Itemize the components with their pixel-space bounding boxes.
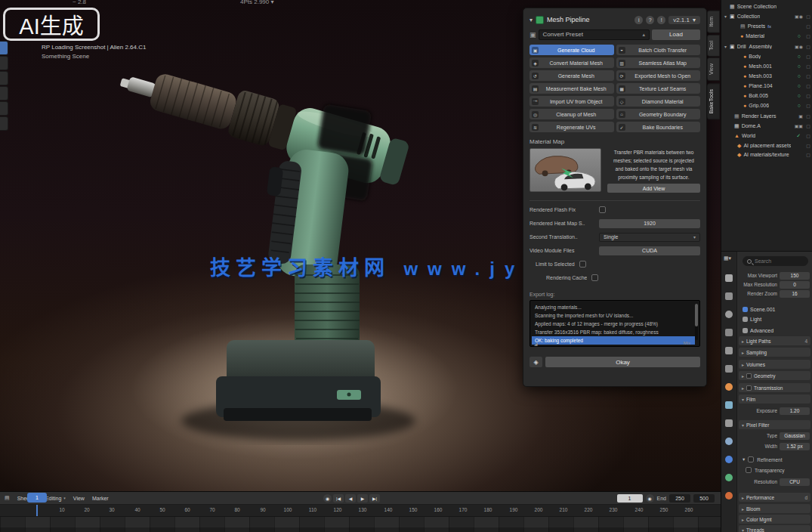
log-line[interactable]: Transfer 3516x3516 PBR map: baked diffus… bbox=[535, 328, 692, 336]
property-section-header[interactable]: ▾ Film bbox=[739, 394, 810, 404]
properties-tab-icon[interactable] bbox=[725, 383, 733, 391]
property-section-header[interactable]: ▸ Sampling bbox=[739, 348, 810, 357]
jump-to-end-button[interactable]: ▶| bbox=[369, 494, 380, 503]
tool-button[interactable] bbox=[0, 71, 8, 85]
outliner-row[interactable]: ▦ Render Layers ▣ ▢ bbox=[721, 111, 812, 121]
render-toggle-icon[interactable]: ▢ bbox=[805, 152, 811, 157]
tool-button[interactable] bbox=[0, 116, 8, 131]
log-line[interactable]: Analyzing materials... bbox=[535, 303, 692, 311]
property-section-header[interactable]: ▸ Light Paths 4 bbox=[739, 336, 810, 345]
tool-button[interactable] bbox=[0, 101, 8, 116]
outliner-row[interactable]: ▲ World ✓ ▢ bbox=[721, 131, 812, 141]
preset-select[interactable]: Convert Preset ▴ bbox=[539, 29, 650, 40]
log-line[interactable]: Scanning the imported mesh for UV island… bbox=[535, 311, 692, 320]
heatmap-value-button[interactable]: 1920 bbox=[599, 219, 700, 228]
visibility-toggle-icon[interactable]: ○ bbox=[798, 54, 801, 59]
properties-tab-icon[interactable] bbox=[725, 438, 733, 445]
render-toggle-icon[interactable]: ▢ bbox=[805, 63, 811, 69]
visibility-toggle-icon[interactable]: ○ bbox=[798, 103, 801, 108]
outliner-row[interactable]: ▾ ▣ Collection ▣◉ ▢ bbox=[721, 11, 812, 21]
action-button[interactable]: ◈ Convert Material Mesh bbox=[529, 57, 614, 68]
outliner-item-label[interactable]: Scene Collection bbox=[737, 4, 777, 9]
properties-tab-icon[interactable] bbox=[725, 401, 733, 409]
property-tree-row[interactable]: Light bbox=[743, 315, 810, 323]
visibility-toggle-icon[interactable]: ○ bbox=[798, 93, 801, 98]
sidebar-tab[interactable]: View bbox=[707, 57, 720, 81]
options-icon-button[interactable]: ◈ bbox=[529, 357, 542, 367]
property-section-header[interactable]: ▸ Bloom bbox=[739, 504, 810, 513]
properties-tab-icon[interactable] bbox=[725, 274, 733, 282]
render-toggle-icon[interactable]: ▢ bbox=[805, 83, 811, 88]
warning-icon[interactable]: ! bbox=[657, 16, 665, 24]
help-icon[interactable]: ? bbox=[646, 16, 654, 24]
timeline-channels[interactable] bbox=[0, 516, 721, 532]
render-toggle-icon[interactable]: ▢ bbox=[805, 14, 811, 19]
property-section-header[interactable]: ▸ Performance d bbox=[739, 493, 810, 502]
outliner-item-label[interactable]: Presets bbox=[748, 23, 766, 29]
properties-tab-icon[interactable] bbox=[725, 365, 733, 373]
outliner-row[interactable]: ● Plane.104 ○ ▢ bbox=[721, 81, 812, 91]
properties-tab-icon[interactable] bbox=[725, 311, 733, 318]
module-value-button[interactable]: CUDA bbox=[599, 246, 700, 255]
timeline-ruler[interactable]: 10 20 30 40 50 60 70 80 90 100 110 bbox=[0, 505, 721, 516]
outliner-item-label[interactable]: Grip.006 bbox=[749, 103, 769, 108]
outliner-row[interactable]: ● Body ○ ▢ bbox=[721, 51, 812, 61]
outliner-row[interactable]: ● Mesh.003 ○ ▢ bbox=[721, 71, 812, 81]
properties-tab-icon[interactable] bbox=[725, 419, 733, 427]
tool-button[interactable] bbox=[0, 56, 8, 70]
visibility-toggle-icon[interactable]: ○ bbox=[798, 73, 801, 79]
expand-arrow-icon[interactable]: ▾ bbox=[724, 44, 730, 49]
version-dropdown[interactable]: v2.1.1 ▾ bbox=[668, 16, 700, 24]
action-button[interactable]: ▣ Generate Cloud bbox=[529, 45, 614, 55]
outliner-row[interactable]: ● Bolt.005 ○ ▢ bbox=[721, 91, 812, 101]
property-tree-row[interactable]: Advanced bbox=[743, 326, 810, 335]
cache-checkbox[interactable] bbox=[591, 274, 598, 281]
property-tree-row[interactable]: Scene.001 bbox=[743, 305, 810, 314]
add-view-button[interactable]: Add View bbox=[607, 184, 700, 193]
kv-value[interactable]: CPU bbox=[780, 478, 810, 486]
properties-tab-icon[interactable] bbox=[725, 292, 733, 300]
tool-button[interactable] bbox=[0, 86, 8, 101]
visibility-toggle-icon[interactable]: ○ bbox=[798, 83, 801, 88]
kv-value[interactable]: Gaussian bbox=[780, 432, 810, 440]
sidebar-tab[interactable]: BakeTools bbox=[707, 83, 720, 119]
action-button[interactable]: ◎ Cleanup of Mesh bbox=[529, 109, 614, 119]
timeline-menu-marker[interactable]: Marker bbox=[92, 496, 109, 501]
resize-corner-icon[interactable]: ◢ bbox=[534, 341, 538, 346]
info-icon[interactable]: i bbox=[634, 16, 643, 24]
translation-dropdown[interactable]: Single ▾ bbox=[599, 233, 700, 242]
render-toggle-icon[interactable]: ▢ bbox=[805, 93, 811, 98]
property-checkbox[interactable] bbox=[748, 456, 754, 462]
outliner-row[interactable]: ● Mesh.001 ○ ▢ bbox=[721, 61, 812, 71]
action-button[interactable]: ◒ Batch Cloth Transfer bbox=[616, 45, 701, 55]
outliner-item-label[interactable]: Body bbox=[749, 54, 761, 59]
jump-to-start-button[interactable]: |◀ bbox=[333, 494, 344, 503]
section-checkbox[interactable] bbox=[746, 385, 752, 391]
properties-tab-icon[interactable] bbox=[725, 474, 733, 481]
property-section-header[interactable]: ▸ Transmission bbox=[739, 383, 810, 392]
keying-icon[interactable]: ◉ bbox=[646, 494, 654, 503]
outliner-row[interactable]: ● Grip.006 ○ ▢ bbox=[721, 101, 812, 110]
property-checkbox[interactable] bbox=[746, 467, 752, 473]
visibility-toggle-icon[interactable]: ○ bbox=[798, 33, 801, 39]
restriction-icons[interactable]: ▣◉ bbox=[795, 44, 803, 49]
render-toggle-icon[interactable]: ▢ bbox=[805, 73, 811, 79]
visibility-toggle-icon[interactable]: ✓ bbox=[796, 133, 801, 139]
property-section-header[interactable]: ▾ Threads bbox=[739, 525, 810, 532]
previous-frame-button[interactable]: ◀ bbox=[345, 494, 356, 503]
expand-arrow-icon[interactable]: ▾ bbox=[724, 14, 730, 19]
end-frame-field[interactable]: 250 bbox=[669, 494, 690, 503]
load-button[interactable]: Load bbox=[652, 29, 700, 40]
render-toggle-icon[interactable]: ▢ bbox=[805, 113, 811, 119]
properties-search[interactable]: Search bbox=[743, 256, 808, 266]
section-checkbox[interactable] bbox=[746, 373, 752, 379]
properties-tab-icon[interactable] bbox=[725, 456, 733, 463]
outliner-row[interactable]: ▦ Dome.A ▣▣ ▢ bbox=[721, 121, 812, 131]
property-section-header[interactable]: ▸ Color Mgmt bbox=[739, 515, 810, 524]
outliner-row[interactable]: ◆ AI materials/texture ▢ bbox=[721, 150, 812, 159]
property-section-header[interactable]: ▾ Pixel Filter bbox=[739, 420, 810, 429]
log-scroll-thumb[interactable] bbox=[695, 304, 698, 326]
export-log-box[interactable]: Analyzing materials... Scanning the impo… bbox=[529, 300, 700, 347]
outliner-row[interactable]: ● Material ○ ▢ bbox=[721, 31, 812, 41]
action-button[interactable]: ▥ Seamless Atlas Map bbox=[616, 57, 701, 68]
